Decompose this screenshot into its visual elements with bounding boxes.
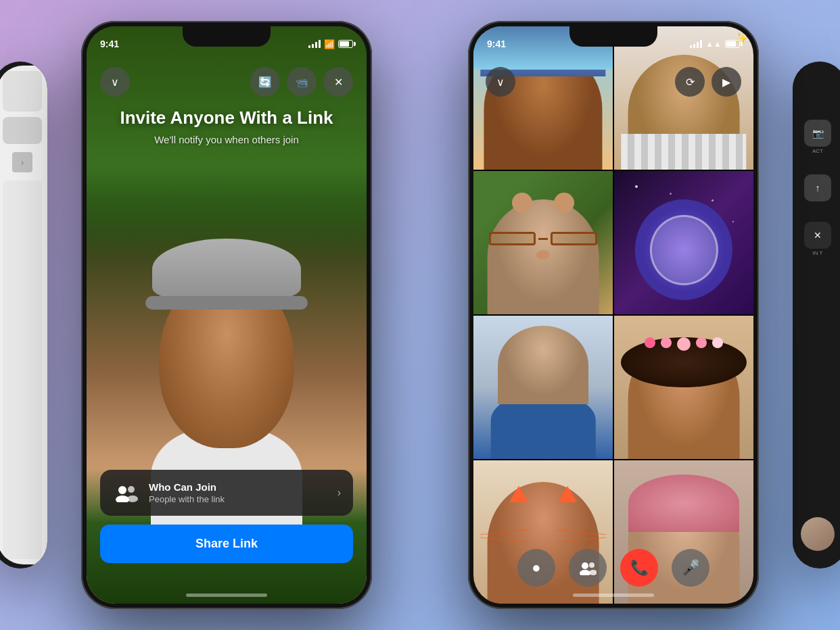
battery-icon-invite [338, 40, 353, 48]
in-t-label: IN T [813, 250, 823, 256]
top-controls-group: ∨ ⟳ ▶ [473, 67, 753, 97]
group-icon [112, 479, 139, 506]
close-icon-right: ✕ [814, 230, 822, 241]
status-time-group: 9:41 [487, 39, 506, 49]
video-icon-group: ▶ [722, 76, 730, 89]
status-icons-group: ▲▲ [690, 39, 740, 49]
participant-6 [614, 316, 753, 459]
who-can-join-chevron-icon: › [337, 487, 341, 499]
invite-overlay: Invite Anyone With a Link We'll notify y… [87, 107, 367, 145]
svg-point-6 [589, 562, 594, 568]
who-can-join-label: Who Can Join [149, 481, 337, 493]
mute-icon: 🎤 [682, 559, 700, 577]
invite-title: Invite Anyone With a Link [107, 107, 346, 128]
camera-icon-right: 📷 [812, 128, 824, 139]
bear-filter [473, 193, 613, 213]
home-indicator-invite [186, 593, 267, 597]
main-scene: › [0, 0, 840, 630]
flip-camera-button[interactable]: 🔄 [250, 67, 280, 97]
wifi-icon-invite: 📶 [324, 39, 335, 49]
partial-avatar [801, 517, 835, 551]
minimize-group-button[interactable]: ∨ [486, 67, 515, 97]
flower-crown-filter [614, 337, 753, 351]
svg-point-7 [589, 570, 597, 575]
who-can-join-text: Who Can Join People with the link [149, 481, 337, 504]
flip-camera-icon-group: ⟳ [686, 76, 695, 89]
invite-subtitle: We'll notify you when others join [107, 134, 346, 145]
share-link-button[interactable]: Share Link [100, 525, 353, 563]
video-cell-3 [473, 171, 613, 314]
who-can-join-sublabel: People with the link [149, 494, 337, 504]
wifi-icon-group: ▲▲ [705, 39, 722, 49]
end-call-button[interactable]: 📞 [620, 549, 658, 587]
svg-point-0 [118, 486, 126, 494]
close-icon: ✕ [334, 76, 343, 89]
share-side-icon[interactable]: ↑ [804, 174, 831, 201]
camera-icon: ● [532, 559, 540, 577]
call-controls: ● 📞 🎤 [473, 549, 753, 587]
svg-point-2 [128, 486, 135, 493]
participant-3 [473, 171, 613, 314]
chevron-down-icon-group: ∨ [496, 76, 505, 89]
video-cell-5 [473, 316, 613, 459]
video-button[interactable]: 📹 [287, 67, 317, 97]
signal-icon-invite [308, 40, 321, 48]
glasses-overlay [488, 231, 599, 246]
close-side-icon[interactable]: ✕ [804, 222, 831, 249]
chevron-down-icon: ∨ [111, 76, 119, 89]
camera-background: 9:41 📶 [87, 26, 367, 604]
act-label: ACT [812, 148, 823, 154]
phone-left-partial: › [0, 62, 47, 568]
top-controls-invite: ∨ 🔄 📹 ✕ [87, 67, 367, 97]
mute-button[interactable]: 🎤 [672, 549, 709, 587]
video-cell-4 [614, 171, 753, 314]
participant-4 [614, 171, 753, 314]
participant-5 [473, 316, 613, 459]
phone-right-content: 📷 ACT ↑ ✕ IN T [793, 66, 840, 564]
status-bar-invite: 9:41 📶 [87, 26, 367, 56]
video-grid: ✨ [473, 26, 753, 604]
video-icon: 📹 [295, 76, 308, 89]
svg-point-3 [127, 495, 138, 502]
svg-point-4 [582, 562, 588, 569]
flip-camera-icon: 🔄 [258, 76, 272, 89]
who-can-join-row[interactable]: Who Can Join People with the link › [100, 470, 353, 516]
people-icon [579, 560, 597, 575]
people-button[interactable] [569, 549, 607, 587]
cat-filter [473, 486, 613, 502]
phone-group: 9:41 ▲▲ ∨ [468, 21, 759, 609]
end-call-icon: 📞 [630, 559, 649, 577]
phone-right-partial: 📷 ACT ↑ ✕ IN T [793, 62, 840, 568]
astronaut-filter [635, 199, 732, 299]
video-cell-6 [614, 316, 753, 459]
status-icons-invite: 📶 [308, 39, 353, 49]
camera-side-icon: 📷 [804, 120, 831, 147]
minimize-button[interactable]: ∨ [100, 67, 130, 97]
flip-camera-group-button[interactable]: ⟳ [675, 67, 705, 97]
video-group-button[interactable]: ▶ [711, 67, 741, 97]
camera-toggle-button[interactable]: ● [517, 549, 555, 587]
status-time-invite: 9:41 [100, 39, 119, 49]
battery-icon-group [725, 40, 740, 48]
phone-invite: 9:41 📶 [81, 21, 372, 609]
home-indicator-group [573, 593, 654, 597]
signal-icon-group [690, 40, 702, 48]
svg-point-5 [580, 570, 590, 575]
share-icon-right: ↑ [816, 183, 820, 193]
close-button[interactable]: ✕ [323, 67, 353, 97]
